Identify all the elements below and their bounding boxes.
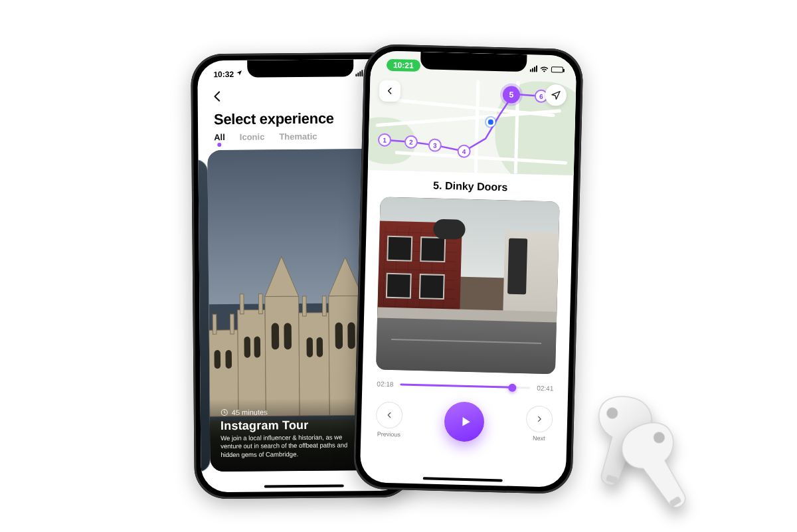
home-indicator: [423, 477, 503, 482]
tab-thematic[interactable]: Thematic: [279, 132, 317, 145]
seek-slider[interactable]: [400, 383, 530, 389]
svg-rect-10: [240, 294, 244, 314]
status-time-pill: 10:21: [387, 59, 420, 72]
svg-rect-8: [213, 315, 217, 335]
svg-rect-26: [214, 350, 221, 369]
svg-rect-13: [322, 296, 326, 316]
battery-icon: [551, 66, 563, 72]
tab-all[interactable]: All: [214, 132, 225, 146]
map-back-button[interactable]: [379, 80, 401, 102]
svg-rect-18: [335, 323, 343, 349]
tab-iconic[interactable]: Iconic: [240, 132, 265, 145]
svg-rect-12: [302, 296, 306, 316]
previous-label: Previous: [377, 430, 400, 438]
seek-fill: [400, 383, 512, 388]
chevron-left-icon: [385, 411, 393, 419]
clock-icon: [221, 408, 228, 416]
next-group: Next: [525, 405, 553, 442]
stop-photo[interactable]: [376, 197, 560, 375]
svg-rect-17: [284, 323, 292, 350]
home-indicator: [264, 484, 344, 488]
svg-rect-19: [347, 323, 355, 349]
total-time: 02:41: [537, 385, 553, 393]
elapsed-time: 02:18: [377, 380, 393, 388]
status-time-text: 10:32: [213, 70, 234, 79]
tour-duration-text: 45 minutes: [232, 408, 268, 416]
chevron-left-icon: [211, 90, 224, 103]
seek-knob[interactable]: [508, 383, 516, 391]
signal-icon: [356, 70, 363, 76]
status-time: 10:32: [213, 70, 242, 79]
hanging-sign: [433, 219, 466, 240]
svg-rect-22: [306, 337, 313, 357]
phone-frame-right: 10:21 1 2 3 4: [353, 44, 583, 494]
svg-rect-20: [244, 337, 250, 358]
svg-rect-16: [272, 323, 280, 350]
previous-group: Previous: [375, 401, 402, 438]
svg-rect-11: [258, 294, 262, 314]
tour-description: We join a local influencer & historian, …: [221, 433, 360, 460]
svg-rect-23: [316, 337, 323, 357]
road-markings: [376, 317, 557, 374]
screen-right: 10:21 1 2 3 4: [360, 50, 577, 488]
play-icon: [459, 415, 472, 428]
player-controls: Previous Next: [375, 399, 553, 444]
next-label: Next: [533, 435, 545, 442]
svg-rect-9: [230, 314, 234, 334]
audio-player: 02:18 02:41 Previous: [361, 369, 569, 458]
location-crosshair-icon: [551, 90, 561, 100]
progress-row: 02:18 02:41: [377, 380, 553, 392]
location-arrow-icon: [236, 70, 242, 76]
signal-icon: [530, 65, 537, 72]
chevron-right-icon: [535, 415, 543, 423]
svg-rect-27: [225, 350, 232, 369]
svg-rect-21: [254, 337, 260, 358]
play-button[interactable]: [444, 401, 485, 442]
svg-marker-3: [264, 256, 298, 296]
chevron-left-icon: [385, 86, 395, 96]
notch: [420, 52, 527, 72]
notch: [247, 59, 353, 77]
previous-button[interactable]: [376, 401, 403, 428]
wifi-icon: [540, 66, 549, 72]
next-button[interactable]: [526, 405, 553, 432]
status-right: [530, 65, 563, 72]
svg-marker-6: [328, 258, 362, 296]
